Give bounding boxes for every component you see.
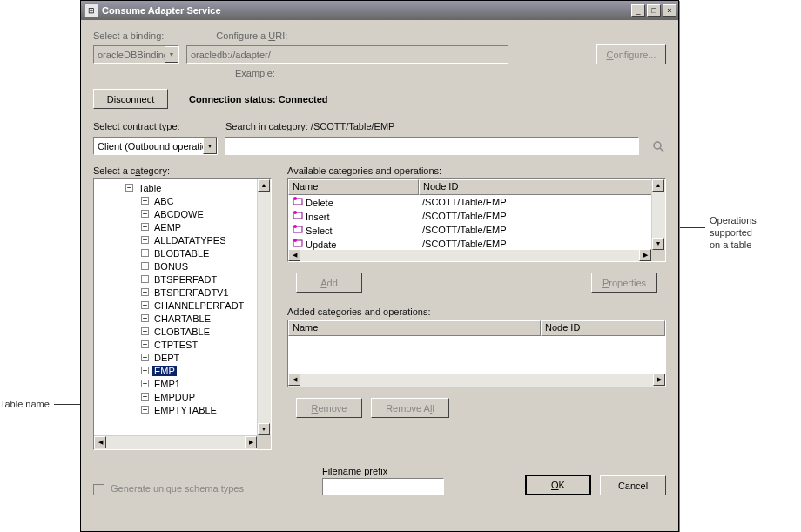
tree-node-table[interactable]: − Table — [94, 181, 271, 194]
expand-icon[interactable]: + — [141, 236, 149, 244]
expand-icon[interactable]: + — [141, 354, 149, 361]
checkbox-icon — [93, 484, 104, 495]
operation-icon — [292, 224, 304, 234]
connection-status: Connection status: Connected — [189, 94, 328, 104]
collapse-icon[interactable]: − — [125, 184, 133, 192]
disconnect-button[interactable]: Disconnect — [93, 89, 168, 109]
maximize-button[interactable]: □ — [647, 4, 661, 17]
tree-item[interactable]: +ABC — [94, 194, 271, 207]
horizontal-scrollbar[interactable]: ◀ ▶ — [288, 250, 651, 261]
col-nodeid[interactable]: Node ID — [541, 320, 665, 336]
vertical-scrollbar[interactable]: ▲ ▼ — [651, 179, 665, 250]
expand-icon[interactable]: + — [141, 393, 149, 401]
tree-item[interactable]: +CHANNELPERFADT — [94, 299, 271, 312]
remove-all-button[interactable]: Remove All — [371, 398, 449, 418]
uri-textbox[interactable]: oracledb://adapter/ — [186, 45, 508, 64]
tree-item[interactable]: +CTPTEST — [94, 338, 271, 351]
add-button[interactable]: Add — [296, 273, 362, 293]
operation-icon — [292, 210, 304, 220]
expand-icon[interactable]: + — [141, 197, 149, 205]
tree-item[interactable]: +BTSPERFADT — [94, 273, 271, 286]
binding-value: oracleDBBinding — [98, 50, 169, 60]
available-ops-list[interactable]: Name Node ID Delete /SCOTT/Table/EMP Ins… — [287, 178, 666, 262]
list-row[interactable]: Delete /SCOTT/Table/EMP — [288, 195, 665, 209]
close-button[interactable]: × — [663, 4, 676, 17]
expand-icon[interactable]: + — [141, 210, 149, 218]
category-tree[interactable]: − Table +ABC +ABCDQWE +AEMP +ALLDATATYPE… — [93, 178, 272, 450]
tree-item[interactable]: +EMP1 — [94, 377, 271, 390]
tree-item[interactable]: +ABCDQWE — [94, 207, 271, 220]
contract-label: Select contract type: — [93, 121, 198, 131]
col-nodeid[interactable]: Node ID — [419, 179, 665, 195]
col-name[interactable]: Name — [288, 179, 419, 195]
expand-icon[interactable]: + — [141, 340, 149, 348]
horizontal-scrollbar[interactable]: ◀ ▶ — [94, 435, 257, 449]
list-row[interactable]: Select /SCOTT/Table/EMP — [288, 223, 665, 237]
scroll-left-icon[interactable]: ◀ — [288, 374, 300, 386]
expand-icon[interactable]: + — [141, 249, 149, 257]
list-header: Name Node ID — [288, 179, 665, 195]
col-name[interactable]: Name — [288, 320, 541, 336]
select-category-label: Select a category: — [93, 165, 272, 176]
scroll-right-icon[interactable]: ▶ — [245, 436, 257, 448]
dropdown-arrow-icon: ▼ — [203, 138, 217, 154]
scroll-down-icon[interactable]: ▼ — [652, 238, 664, 250]
list-row[interactable]: Insert /SCOTT/Table/EMP — [288, 209, 665, 223]
expand-icon[interactable]: + — [141, 262, 149, 270]
properties-button[interactable]: Properties — [591, 273, 657, 293]
generate-unique-checkbox[interactable]: Generate unique schema types — [93, 483, 244, 495]
svg-line-1 — [660, 148, 663, 152]
expand-icon[interactable]: + — [141, 314, 149, 322]
minimize-button[interactable]: _ — [631, 4, 645, 17]
tree-item-emp[interactable]: +EMP — [94, 364, 271, 377]
list-row[interactable]: Update /SCOTT/Table/EMP — [288, 237, 665, 251]
tree-item[interactable]: +BONUS — [94, 259, 271, 273]
filename-prefix-input[interactable] — [322, 478, 444, 495]
cancel-button[interactable]: Cancel — [600, 475, 666, 495]
expand-icon[interactable]: + — [141, 288, 149, 296]
remove-button[interactable]: Remove — [296, 398, 362, 418]
configure-button[interactable]: Configure... — [596, 44, 666, 64]
tree-item[interactable]: +BLOBTABLE — [94, 246, 271, 259]
search-icon[interactable] — [651, 139, 665, 153]
expand-icon[interactable]: + — [141, 406, 149, 414]
tree-item[interactable]: +CLOBTABLE — [94, 325, 271, 338]
expand-icon[interactable]: + — [141, 223, 149, 231]
search-label: Search in category: /SCOTT/Table/EMP — [225, 121, 394, 131]
contract-value: Client (Outbound operation — [98, 141, 212, 152]
list-header: Name Node ID — [288, 320, 665, 336]
vertical-scrollbar[interactable]: ▲ ▼ — [257, 179, 271, 435]
added-ops-list[interactable]: Name Node ID ◀ ▶ — [287, 320, 666, 387]
tree-item[interactable]: +DEPT — [94, 351, 271, 364]
scroll-down-icon[interactable]: ▼ — [258, 423, 270, 435]
tree-item[interactable]: +ALLDATATYPES — [94, 233, 271, 246]
tree-item[interactable]: +CHARTABLE — [94, 312, 271, 325]
expand-icon[interactable]: + — [141, 380, 149, 387]
scroll-up-icon[interactable]: ▲ — [652, 179, 664, 192]
uri-value: oracledb://adapter/ — [191, 50, 271, 60]
svg-point-9 — [293, 239, 297, 242]
tree-item[interactable]: +AEMP — [94, 220, 271, 233]
tree-item[interactable]: +BTSPERFADTV1 — [94, 286, 271, 299]
expand-icon[interactable]: + — [141, 301, 149, 309]
available-ops-label: Available categories and operations: — [287, 165, 666, 176]
tree-item[interactable]: +EMPDUP — [94, 390, 271, 403]
ok-button[interactable]: OK — [525, 475, 591, 495]
added-ops-label: Added categories and operations: — [287, 306, 666, 317]
annotation-operations: Operations supported on a table — [710, 214, 801, 251]
search-input[interactable] — [225, 137, 639, 155]
scroll-left-icon[interactable]: ◀ — [288, 249, 300, 261]
horizontal-scrollbar[interactable]: ◀ ▶ — [288, 374, 665, 387]
expand-icon[interactable]: + — [141, 327, 149, 335]
binding-dropdown[interactable]: oracleDBBinding ▼ — [93, 45, 179, 64]
dropdown-arrow-icon: ▼ — [165, 46, 178, 63]
scroll-right-icon[interactable]: ▶ — [639, 249, 651, 261]
expand-icon[interactable]: + — [141, 367, 149, 374]
scroll-right-icon[interactable]: ▶ — [653, 374, 665, 386]
expand-icon[interactable]: + — [141, 275, 149, 283]
scroll-left-icon[interactable]: ◀ — [94, 436, 106, 448]
window-title: Consume Adapter Service — [102, 5, 631, 16]
scroll-up-icon[interactable]: ▲ — [258, 179, 270, 192]
contract-dropdown[interactable]: Client (Outbound operation ▼ — [93, 137, 218, 155]
tree-item[interactable]: +EMPTYTABLE — [94, 403, 271, 416]
